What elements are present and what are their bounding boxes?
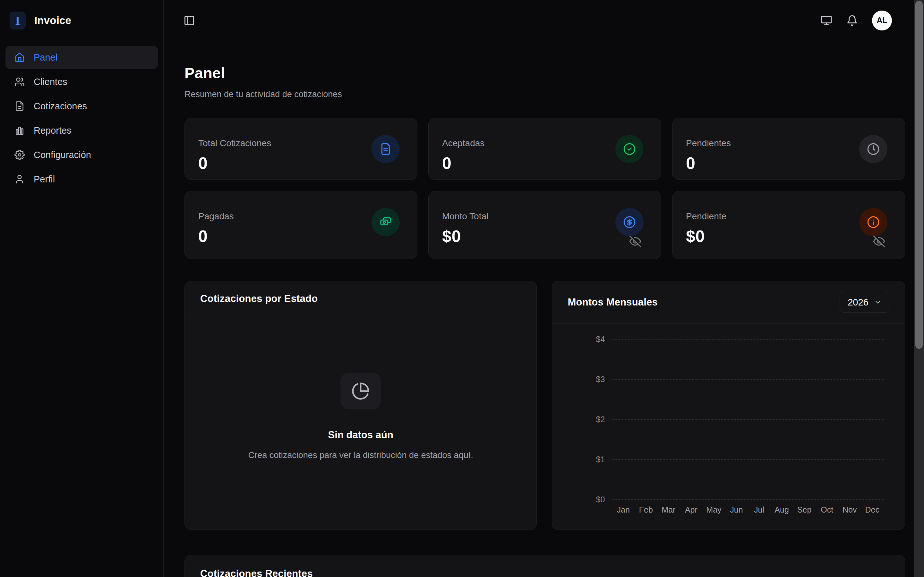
page-subtitle: Resumen de tu actividad de cotizaciones [184,89,905,99]
pie-chart-icon [341,373,381,409]
x-axis-tick: May [703,505,725,514]
y-axis-tick: $3 [596,375,612,384]
status-distribution-panel: Cotizaciones por Estado Sin datos aún Cr… [184,281,537,530]
panel-title: Cotizaciones por Estado [200,293,318,305]
sidebar-item-label: Clientes [34,77,67,87]
user-icon [15,174,25,184]
stat-card-total-cotizaciones: Total Cotizaciones 0 [184,118,417,180]
sidebar-item-label: Reportes [34,125,71,136]
page-title: Panel [184,64,905,82]
bar-chart-icon [15,125,25,135]
x-axis-tick: Feb [635,505,657,514]
x-axis-tick: Jun [725,505,748,514]
stat-card-monto-total: Monto Total $0 [428,191,661,259]
y-axis-tick: $2 [596,415,612,424]
stat-card-pendientes: Pendientes 0 [672,118,905,180]
sidebar-item-perfil[interactable]: Perfil [5,168,158,191]
app-window: I Invoice Panel Clientes Cotiz [0,0,924,577]
empty-state-title: Sin datos aún [328,429,393,441]
sidebar-header: I Invoice [0,0,163,41]
check-circle-icon [615,135,644,163]
y-axis-tick: $1 [596,455,612,464]
scrollbar-track[interactable] [914,0,924,577]
stats-grid: Total Cotizaciones 0 Aceptadas 0 Pendien… [184,118,905,259]
x-axis-tick: Mar [657,505,680,514]
panel-title: Cotizaciones Recientes [200,568,889,577]
sidebar-item-clientes[interactable]: Clientes [5,70,158,93]
x-axis-tick: Oct [816,505,838,514]
chevron-down-icon [874,299,881,306]
empty-state: Sin datos aún Crea cotizaciones para ver… [185,316,536,530]
sidebar: I Invoice Panel Clientes Cotiz [0,0,164,577]
sidebar-item-configuracion[interactable]: Configuración [5,143,158,166]
topbar-actions: AL [821,11,892,31]
chart-gridline: $4 [596,335,884,344]
monthly-amounts-chart: $4 $3 $2 $1 $0 [596,339,884,514]
chart-gridline: $0 [596,495,884,504]
chart-gridline: $1 [596,455,884,464]
file-text-icon [372,135,400,163]
sidebar-item-label: Perfil [34,174,55,185]
stat-card-pendiente: Pendiente $0 [672,191,905,259]
users-icon [15,77,25,87]
y-axis-tick: $0 [596,495,612,504]
stat-card-aceptadas: Aceptadas 0 [428,118,661,180]
file-text-icon [15,101,25,111]
monitor-icon[interactable] [821,15,832,26]
sidebar-item-panel[interactable]: Panel [5,46,158,69]
panels-row: Cotizaciones por Estado Sin datos aún Cr… [184,281,905,530]
chart-plot-area: $4 $3 $2 $1 $0 [596,339,884,500]
recent-quotes-panel: Cotizaciones Recientes [184,555,905,577]
eye-off-icon[interactable] [629,234,643,248]
year-select[interactable]: 2026 [840,292,889,313]
x-axis-tick: Jul [748,505,771,514]
banknotes-icon [372,208,400,236]
x-axis-tick: Aug [771,505,793,514]
y-axis-tick: $4 [596,335,612,344]
sidebar-item-label: Cotizaciones [34,101,87,111]
x-axis-tick: Sep [793,505,816,514]
x-axis-tick: Apr [680,505,703,514]
gear-icon [15,150,25,160]
bell-icon[interactable] [846,15,858,26]
stat-card-pagadas: Pagadas 0 [184,191,417,259]
clock-icon [859,135,887,163]
scrollbar-thumb[interactable] [915,1,923,349]
eye-off-icon[interactable] [873,234,887,248]
x-axis-tick: Jan [612,505,635,514]
monthly-amounts-panel: Montos Mensuales 2026 $4 [552,281,905,530]
brand-name: Invoice [34,15,71,27]
info-circle-icon [859,208,887,236]
house-icon [15,52,25,63]
x-axis-tick: Nov [838,505,861,514]
sidebar-item-label: Configuración [34,150,91,160]
panel-title: Montos Mensuales [567,297,658,308]
topbar: AL [164,0,924,41]
avatar[interactable]: AL [872,11,892,31]
chart-gridline: $3 [596,375,884,384]
chart-gridline: $2 [596,415,884,424]
year-select-value: 2026 [848,297,869,308]
x-axis-tick: Dec [861,505,884,514]
dollar-circle-icon [615,208,644,236]
sidebar-toggle-icon[interactable] [184,15,195,26]
panel-header: Cotizaciones por Estado [185,281,536,316]
x-axis-labels: Jan Feb Mar Apr May Jun Jul Aug Sep Oct … [612,505,884,514]
logo-letter: I [15,15,20,27]
empty-state-description: Crea cotizaciones para ver la distribuci… [248,450,473,460]
page-content: Panel Resumen de tu actividad de cotizac… [164,41,924,577]
panel-header: Montos Mensuales 2026 [552,281,905,324]
sidebar-item-label: Panel [34,52,57,63]
app-logo: I [10,11,26,29]
sidebar-item-cotizaciones[interactable]: Cotizaciones [5,95,158,118]
sidebar-nav: Panel Clientes Cotizaciones Reportes [0,41,163,197]
main-area: AL Panel Resumen de tu actividad de coti… [164,0,924,577]
sidebar-item-reportes[interactable]: Reportes [5,119,158,142]
